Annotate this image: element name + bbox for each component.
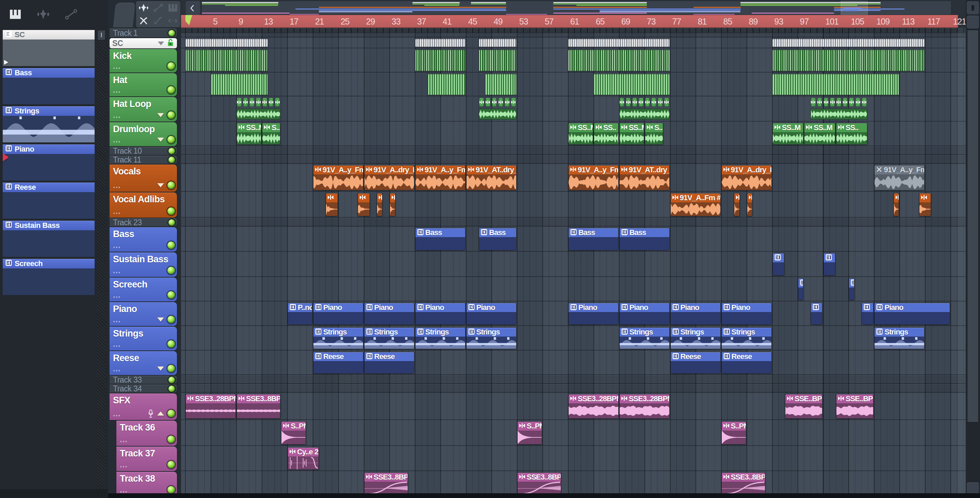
- mute-led[interactable]: [167, 291, 175, 299]
- clip-drumloop-61[interactable]: SS..M: [568, 123, 593, 145]
- track-row-track-10[interactable]: Track 10: [110, 147, 177, 155]
- track-row-sustain-bass[interactable]: Sustain Bass...: [110, 252, 177, 277]
- track-options-dots[interactable]: ...: [113, 138, 121, 141]
- track-options-dots[interactable]: ...: [113, 89, 121, 91]
- clip-piano-29[interactable]: Piano: [364, 303, 414, 325]
- clip-kick-37[interactable]: [415, 50, 466, 71]
- clip-sfx-95[interactable]: SSE..BPM: [785, 394, 822, 419]
- clip-track-38-85[interactable]: SSE3..8BPM: [721, 472, 765, 493]
- mute-led[interactable]: [167, 86, 175, 94]
- clip-slice-hat-loop-99[interactable]: [811, 98, 816, 107]
- clip-sc-1[interactable]: [185, 39, 268, 47]
- clip-slice-hat-loop-76[interactable]: [664, 98, 669, 107]
- picker-item-reese[interactable]: Reese: [3, 183, 95, 219]
- clip-piano-99[interactable]: [811, 303, 822, 325]
- clip-vocals-29[interactable]: 91V_A..dry_E: [364, 165, 414, 190]
- clip-slice-hat-loop-105[interactable]: [849, 98, 854, 107]
- clip-bass-47[interactable]: Bass: [479, 228, 516, 251]
- clip-slice-hat-loop-72[interactable]: [639, 98, 643, 107]
- playback-start-marker[interactable]: [185, 15, 192, 25]
- track-options-dots[interactable]: ...: [120, 463, 127, 466]
- track-options-dots[interactable]: ...: [113, 343, 121, 345]
- chevron-down-icon[interactable]: [158, 42, 164, 45]
- mute-led[interactable]: [167, 486, 175, 493]
- chevron-down-icon[interactable]: [157, 367, 164, 370]
- clip-slice-hat-loop-102[interactable]: [830, 98, 835, 107]
- clip-vocals-21[interactable]: 91V_A..y_Fm: [313, 165, 363, 190]
- clip-sfx-1[interactable]: SSE3..28BPM: [185, 394, 236, 419]
- piano-icon[interactable]: [168, 3, 178, 12]
- chevron-down-icon[interactable]: [157, 183, 164, 187]
- clip-hat-48[interactable]: [485, 74, 517, 95]
- clip-vocal-adlibs-31[interactable]: [377, 193, 382, 216]
- clip-bass-37[interactable]: Bass: [415, 228, 466, 251]
- clip-piano-69[interactable]: Piano: [619, 303, 670, 325]
- clip-slice-hat-loop-9[interactable]: [237, 98, 242, 107]
- track-row-track-38[interactable]: Track 38...: [116, 472, 177, 496]
- clip-piano-107[interactable]: [862, 303, 873, 325]
- track-row-track-23[interactable]: Track 23: [110, 218, 177, 227]
- clip-drumloop-93[interactable]: SS..M: [772, 123, 804, 145]
- track-row-screech[interactable]: Screech...: [110, 278, 177, 302]
- automation-curve-icon[interactable]: [153, 16, 163, 25]
- mute-led[interactable]: [169, 157, 175, 163]
- clip-vocal-adlibs-23[interactable]: [326, 193, 337, 216]
- chevron-down-icon[interactable]: [157, 113, 164, 117]
- clip-slice-hat-loop-12[interactable]: [256, 98, 261, 107]
- track-row-track-1[interactable]: Track 1: [110, 29, 177, 37]
- scrollbar-thumb[interactable]: [967, 30, 978, 422]
- clip-wave-hat-loop-99[interactable]: [811, 109, 867, 120]
- clip-slice-hat-loop-70[interactable]: [626, 98, 630, 107]
- arrangement-minimap[interactable]: [202, 1, 951, 15]
- picker-item-piano[interactable]: Piano: [3, 144, 95, 180]
- track-row-reese[interactable]: Reese...: [110, 351, 177, 375]
- clip-slice-hat-loop-51[interactable]: [504, 98, 509, 107]
- clip-slice-hat-loop-49[interactable]: [492, 98, 497, 107]
- mute-led[interactable]: [167, 461, 175, 468]
- picker-item-screech[interactable]: Screech: [3, 259, 95, 295]
- vertical-scrollbar[interactable]: [966, 0, 980, 498]
- clip-drumloop-98[interactable]: SS..M: [804, 123, 835, 145]
- mute-led[interactable]: [167, 340, 175, 348]
- audio-wave-icon[interactable]: [37, 9, 50, 20]
- clip-sfx-103[interactable]: SSE..BPM: [836, 394, 873, 419]
- clip-slice-hat-loop-75[interactable]: [658, 98, 662, 107]
- clip-reese-29[interactable]: Reese: [364, 352, 414, 374]
- mute-led[interactable]: [167, 241, 175, 249]
- track-options-dots[interactable]: ...: [113, 65, 121, 67]
- clip-sc-93[interactable]: [772, 39, 925, 47]
- track-row-piano[interactable]: Piano...: [110, 302, 177, 326]
- clip-piano-21[interactable]: Piano: [313, 303, 363, 325]
- clip-track-36-53[interactable]: S..PM: [517, 421, 542, 445]
- scroll-up-button[interactable]: [967, 16, 979, 29]
- mute-cut-icon[interactable]: [138, 16, 149, 25]
- clip-kick-93[interactable]: [772, 50, 925, 71]
- track-row-hat-loop[interactable]: Hat Loop...: [110, 97, 177, 121]
- track-row-strings[interactable]: Strings...: [110, 327, 177, 351]
- track-row-bass[interactable]: Bass...: [110, 227, 177, 252]
- mute-led[interactable]: [169, 30, 175, 37]
- track-row-track-37[interactable]: Track 37...: [116, 447, 177, 471]
- chevron-down-icon[interactable]: [157, 137, 164, 142]
- clip-bass-69[interactable]: Bass: [619, 228, 670, 251]
- mute-led[interactable]: [167, 316, 175, 323]
- clip-hat-39[interactable]: [428, 74, 465, 95]
- clip-vocal-adlibs-87[interactable]: [734, 193, 740, 216]
- clip-hat-65[interactable]: [594, 74, 670, 95]
- track-options-dots[interactable]: ...: [113, 184, 121, 187]
- clip-strings-85[interactable]: Strings: [721, 327, 772, 349]
- clip-vocal-adlibs-33[interactable]: [390, 193, 395, 216]
- stretch-icon[interactable]: [168, 16, 178, 25]
- track-row-track-36[interactable]: Track 36...: [116, 421, 177, 446]
- track-row-drumloop[interactable]: Drumloop...: [110, 122, 177, 146]
- clip-sc-47[interactable]: [479, 39, 516, 47]
- clip-strings-77[interactable]: Strings: [670, 327, 721, 349]
- clip-hat-5[interactable]: [211, 74, 268, 95]
- clip-sfx-69[interactable]: SSE3..28BPM: [619, 394, 670, 419]
- minimap-viewport[interactable]: [841, 1, 868, 14]
- clip-reese-77[interactable]: Reese: [670, 352, 721, 374]
- clip-kick-1[interactable]: [185, 50, 268, 71]
- track-row-sfx[interactable]: SFX...: [110, 393, 177, 420]
- clip-drumloop-9[interactable]: SS..M: [237, 123, 261, 145]
- picker-item-strings[interactable]: Strings: [3, 106, 95, 142]
